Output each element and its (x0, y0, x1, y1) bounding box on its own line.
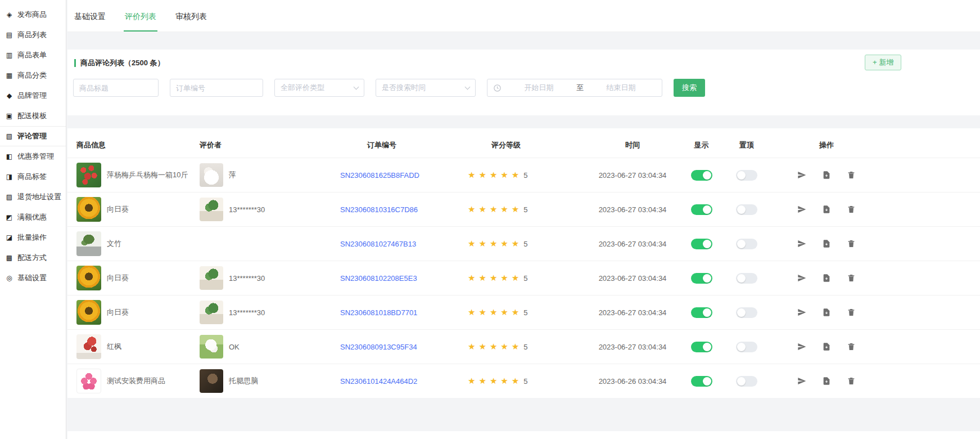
sidebar-item-11[interactable]: ◪ 批量操作 (0, 227, 66, 248)
sidebar-item-13[interactable]: ◎ 基础设置 (0, 268, 66, 288)
product-image (76, 163, 101, 187)
chevron-down-icon (354, 84, 359, 89)
chevron-down-icon (465, 84, 471, 89)
show-cell (680, 239, 722, 249)
order-link[interactable]: SN23060810316C7D86 (340, 205, 418, 214)
pin-toggle[interactable] (736, 204, 757, 215)
tab-bar: 基础设置 评价列表 审核列表 (67, 0, 980, 32)
category-icon: ▦ (5, 71, 13, 79)
save-file-icon[interactable] (822, 239, 831, 248)
pin-toggle[interactable] (736, 239, 757, 249)
panel-title: 商品评论列表（2500 条） (80, 58, 165, 68)
order-link[interactable]: SN2306081625B8FADD (340, 171, 419, 180)
pagination-bar (67, 431, 980, 439)
sidebar-item-10[interactable]: ◩ 满额优惠 (0, 207, 66, 227)
search-button[interactable]: 搜索 (674, 79, 705, 97)
save-file-icon[interactable] (822, 274, 831, 283)
show-toggle[interactable] (691, 170, 712, 181)
save-file-icon[interactable] (822, 171, 831, 180)
review-time: 2023-06-27 03:04:34 (599, 240, 667, 248)
sidebar-item-4[interactable]: ◆ 品牌管理 (0, 86, 66, 106)
pin-toggle[interactable] (736, 170, 757, 181)
tab-audit-list[interactable]: 审核列表 (174, 12, 208, 32)
delete-icon[interactable] (847, 274, 856, 283)
date-range-picker[interactable]: 开始日期 至 结束日期 (487, 79, 662, 97)
add-button[interactable]: + 新增 (865, 55, 901, 70)
pin-toggle[interactable] (736, 376, 757, 387)
order-link[interactable]: SN2306081027467B13 (340, 240, 416, 248)
time-cell: 2023-06-27 03:04:34 (585, 171, 680, 180)
sidebar-item-3[interactable]: ▦ 商品分类 (0, 65, 66, 86)
table-row: 向日葵 13*******30 SN23060810316C7D86 ★★★★★… (67, 192, 980, 226)
sidebar-item-5[interactable]: ▣ 配送模板 (0, 106, 66, 126)
order-no-input[interactable] (170, 79, 263, 97)
save-file-icon[interactable] (822, 308, 831, 317)
delete-icon[interactable] (847, 239, 856, 248)
sidebar-item-6[interactable]: ▧ 评论管理 (0, 126, 66, 146)
product-title-input[interactable] (73, 79, 159, 97)
time-cell: 2023-06-27 03:04:34 (585, 240, 680, 248)
reply-icon[interactable] (797, 377, 806, 386)
save-file-icon[interactable] (822, 377, 831, 386)
tab-basic-settings[interactable]: 基础设置 (73, 12, 107, 32)
col-header-show: 显示 (680, 140, 722, 150)
delete-icon[interactable] (847, 308, 856, 317)
review-time: 2023-06-26 03:04:34 (599, 377, 667, 386)
show-cell (680, 307, 722, 318)
order-link[interactable]: SN230608102208E5E3 (340, 274, 417, 283)
reviewer-cell: 13*******30 (200, 266, 340, 290)
delete-icon[interactable] (847, 171, 856, 180)
show-toggle[interactable] (691, 204, 712, 215)
reply-icon[interactable] (797, 342, 806, 351)
reviewer-cell: OK (200, 335, 340, 359)
rating-stars: ★★★★★ (468, 204, 522, 214)
save-file-icon[interactable] (822, 205, 831, 214)
date-range-separator: 至 (574, 83, 586, 93)
reviewer-name: 托腮思脑 (229, 376, 258, 386)
sidebar-item-2[interactable]: ▥ 商品表单 (0, 45, 66, 65)
show-toggle[interactable] (691, 307, 712, 318)
review-time: 2023-06-27 03:04:34 (599, 205, 667, 214)
reply-icon[interactable] (797, 239, 806, 248)
product-name: 向日葵 (107, 204, 129, 214)
table-body: 萍杨梅乒乓杨梅一箱10斤 萍 SN2306081625B8FADD ★★★★★ … (67, 158, 980, 398)
save-file-icon[interactable] (822, 342, 831, 351)
show-toggle[interactable] (691, 342, 712, 352)
sidebar-item-8[interactable]: ◨ 商品标签 (0, 167, 66, 187)
review-type-select[interactable]: 全部评价类型 (274, 79, 364, 97)
sidebar-item-12[interactable]: ▩ 配送方式 (0, 248, 66, 268)
sidebar-item-7[interactable]: ◧ 优惠券管理 (0, 146, 66, 167)
rating-value: 5 (523, 240, 527, 248)
reply-icon[interactable] (797, 205, 806, 214)
sidebar-item-0[interactable]: ◈ 发布商品 (0, 5, 66, 25)
pin-toggle[interactable] (736, 307, 757, 318)
show-toggle[interactable] (691, 239, 712, 249)
pin-cell (722, 273, 770, 284)
rating-cell: ★★★★★ 5 (468, 273, 585, 283)
delete-icon[interactable] (847, 377, 856, 386)
tab-review-list[interactable]: 评价列表 (124, 12, 157, 32)
order-link[interactable]: SN2306101424A464D2 (340, 377, 417, 386)
reviewer-name: 13*******30 (229, 205, 265, 214)
pin-cell (722, 239, 770, 249)
delete-icon[interactable] (847, 342, 856, 351)
delete-icon[interactable] (847, 205, 856, 214)
sidebar-item-9[interactable]: ▨ 退货地址设置 (0, 187, 66, 207)
time-search-select[interactable]: 是否搜索时间 (376, 79, 476, 97)
show-toggle[interactable] (691, 273, 712, 284)
reviewer-avatar (200, 163, 223, 187)
reply-icon[interactable] (797, 308, 806, 317)
reply-icon[interactable] (797, 274, 806, 283)
reply-icon[interactable] (797, 171, 806, 180)
rating-cell: ★★★★★ 5 (468, 170, 585, 180)
filter-row: 全部评价类型 是否搜索时间 开始日期 至 结束日期 搜索 (67, 79, 980, 97)
pin-toggle[interactable] (736, 342, 757, 352)
order-link[interactable]: SN2306081018BD7701 (340, 308, 417, 317)
show-toggle[interactable] (691, 376, 712, 387)
sidebar-item-label: 商品表单 (17, 50, 47, 60)
rating-cell: ★★★★★ 5 (468, 376, 585, 386)
sidebar-item-1[interactable]: ▤ 商品列表 (0, 25, 66, 45)
pin-toggle[interactable] (736, 273, 757, 284)
product-form-icon: ▥ (5, 51, 13, 59)
order-link[interactable]: SN2306080913C95F34 (340, 343, 417, 351)
